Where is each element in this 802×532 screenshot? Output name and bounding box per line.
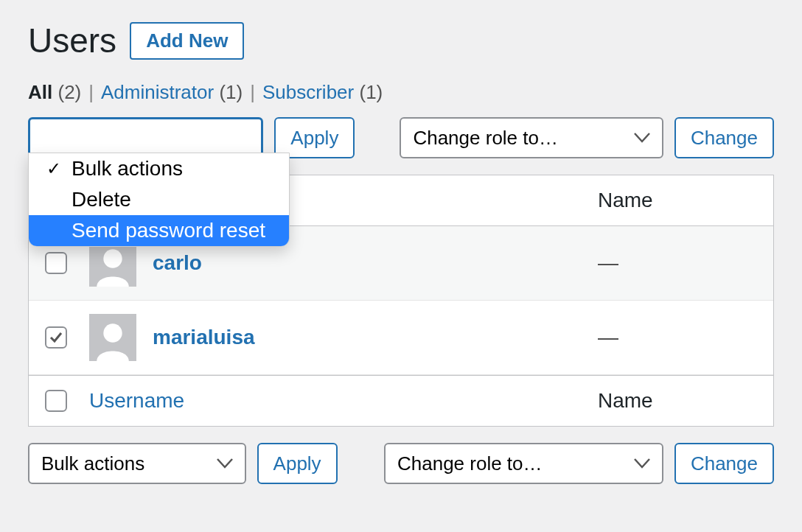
- table-footer: Username Name: [29, 375, 773, 426]
- chevron-down-icon: [634, 458, 650, 469]
- row-checkbox[interactable]: [45, 326, 67, 349]
- dropdown-item-send-password-reset[interactable]: Send password reset: [29, 215, 289, 246]
- column-header-username[interactable]: Username: [89, 389, 184, 413]
- check-icon: [49, 330, 63, 345]
- username-link[interactable]: marialuisa: [153, 326, 255, 349]
- table-row: marialuisa —: [29, 301, 773, 375]
- avatar: [89, 314, 136, 361]
- header: Users Add New: [28, 21, 774, 60]
- chevron-down-icon: [217, 458, 233, 469]
- filter-subscriber[interactable]: Subscriber (1): [262, 81, 383, 104]
- role-filter: All (2) | Administrator (1) | Subscriber…: [28, 81, 774, 104]
- filter-all[interactable]: All (2): [28, 81, 81, 104]
- column-header-name: Name: [598, 389, 653, 412]
- top-actions-bar: Bulk actions Delete Send password reset …: [28, 117, 774, 158]
- change-button-bottom[interactable]: Change: [674, 443, 774, 484]
- separator: |: [250, 81, 255, 104]
- name-cell: —: [598, 326, 618, 349]
- dropdown-item-delete[interactable]: Delete: [29, 184, 289, 215]
- page-title: Users: [28, 21, 116, 60]
- name-cell: —: [598, 251, 618, 274]
- change-role-select-top[interactable]: Change role to…: [400, 117, 663, 158]
- row-checkbox[interactable]: [45, 252, 67, 274]
- dropdown-item-bulk-actions[interactable]: Bulk actions: [29, 153, 289, 184]
- username-link[interactable]: carlo: [153, 251, 202, 275]
- separator: |: [88, 81, 94, 104]
- bulk-actions-dropdown: Bulk actions Delete Send password reset: [28, 153, 290, 247]
- bulk-actions-select-bottom[interactable]: Bulk actions: [28, 443, 246, 484]
- svg-point-0: [103, 249, 122, 267]
- column-header-name: Name: [598, 189, 653, 211]
- svg-point-1: [103, 323, 122, 342]
- chevron-down-icon: [634, 133, 650, 143]
- change-role-select-bottom[interactable]: Change role to…: [384, 443, 663, 484]
- apply-button-bottom[interactable]: Apply: [257, 443, 338, 484]
- add-new-button[interactable]: Add New: [130, 22, 244, 60]
- bottom-actions-bar: Bulk actions Apply Change role to… Chang…: [28, 443, 774, 484]
- select-all-checkbox-bottom[interactable]: [45, 390, 67, 412]
- filter-administrator[interactable]: Administrator (1): [101, 81, 243, 104]
- change-button-top[interactable]: Change: [674, 117, 774, 158]
